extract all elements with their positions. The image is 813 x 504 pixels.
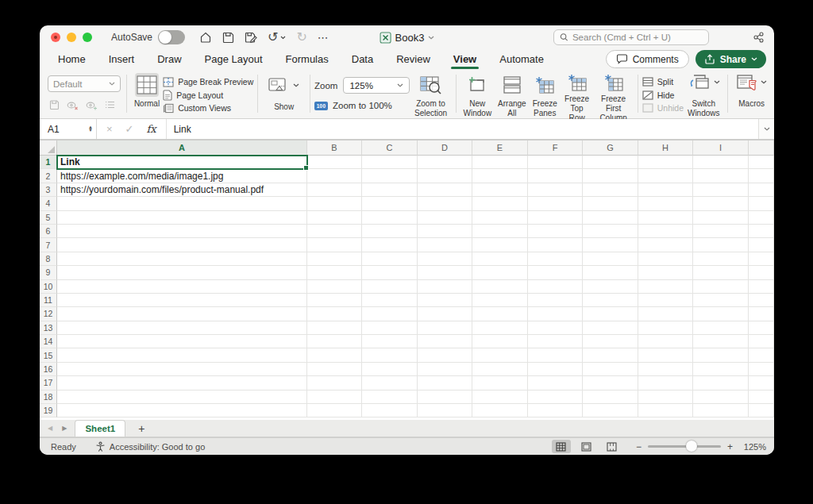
cell-I16[interactable] bbox=[693, 363, 749, 376]
cell-end-7[interactable] bbox=[749, 238, 774, 252]
tab-review[interactable]: Review bbox=[395, 50, 431, 71]
cell-F14[interactable] bbox=[528, 335, 583, 348]
column-header-E[interactable]: E bbox=[472, 140, 528, 156]
cell-end-11[interactable] bbox=[749, 294, 774, 307]
cell-A7[interactable] bbox=[57, 238, 307, 252]
cell-F18[interactable] bbox=[528, 391, 583, 404]
sheet-view-options-icon[interactable] bbox=[105, 100, 115, 110]
cell-D10[interactable] bbox=[418, 280, 472, 294]
formula-bar-expand-button[interactable] bbox=[758, 119, 774, 139]
cell-D7[interactable] bbox=[418, 238, 472, 252]
cell-F12[interactable] bbox=[528, 307, 583, 321]
cell-F10[interactable] bbox=[528, 280, 583, 294]
cell-I17[interactable] bbox=[693, 376, 749, 390]
cell-G12[interactable] bbox=[583, 307, 638, 321]
freeze-panes-button[interactable]: Freeze Panes bbox=[530, 71, 561, 118]
cell-H16[interactable] bbox=[638, 363, 693, 376]
tab-automate[interactable]: Automate bbox=[499, 50, 545, 71]
cell-G6[interactable] bbox=[583, 225, 638, 238]
cell-C13[interactable] bbox=[362, 321, 418, 335]
cell-I13[interactable] bbox=[693, 321, 749, 335]
hide-button[interactable]: Hide bbox=[642, 90, 684, 101]
exit-sheet-view-icon[interactable] bbox=[67, 100, 79, 110]
cell-I18[interactable] bbox=[693, 391, 749, 404]
cell-B4[interactable] bbox=[307, 197, 362, 210]
save-icon[interactable] bbox=[222, 32, 234, 44]
cell-B8[interactable] bbox=[307, 252, 362, 266]
column-header-end[interactable] bbox=[749, 140, 774, 156]
cell-A2[interactable]: https://example.com/media/image1.jpg bbox=[57, 169, 307, 183]
row-header-3[interactable]: 3 bbox=[40, 183, 57, 197]
row-header-13[interactable]: 13 bbox=[40, 321, 57, 335]
cell-C14[interactable] bbox=[362, 335, 418, 348]
sheet-view-dropdown[interactable]: Default bbox=[48, 75, 121, 92]
cell-I14[interactable] bbox=[693, 335, 749, 348]
column-header-C[interactable]: C bbox=[362, 140, 418, 156]
cell-D15[interactable] bbox=[418, 348, 472, 362]
cancel-icon[interactable]: × bbox=[106, 123, 113, 135]
cell-H10[interactable] bbox=[638, 280, 693, 294]
cell-end-9[interactable] bbox=[749, 266, 774, 279]
cell-E2[interactable] bbox=[472, 169, 528, 183]
keep-sheet-view-icon[interactable] bbox=[49, 100, 60, 110]
cell-A15[interactable] bbox=[57, 348, 307, 362]
cell-D6[interactable] bbox=[418, 225, 472, 238]
cell-G16[interactable] bbox=[583, 363, 638, 376]
status-page-layout-button[interactable] bbox=[577, 440, 596, 453]
cell-F2[interactable] bbox=[528, 169, 583, 183]
row-header-1[interactable]: 1 bbox=[40, 156, 57, 169]
cell-I9[interactable] bbox=[693, 266, 749, 279]
custom-views-button[interactable]: Custom Views bbox=[163, 102, 253, 113]
cell-D14[interactable] bbox=[418, 335, 472, 348]
cell-E16[interactable] bbox=[472, 363, 528, 376]
cell-E11[interactable] bbox=[472, 294, 528, 307]
cell-D5[interactable] bbox=[418, 211, 472, 225]
column-header-G[interactable]: G bbox=[583, 140, 638, 156]
tab-data[interactable]: Data bbox=[351, 50, 374, 71]
cell-F8[interactable] bbox=[528, 252, 583, 266]
cell-C16[interactable] bbox=[362, 363, 418, 376]
row-header-19[interactable]: 19 bbox=[40, 404, 57, 417]
cell-G11[interactable] bbox=[583, 294, 638, 307]
cell-E15[interactable] bbox=[472, 348, 528, 362]
show-button[interactable]: Show bbox=[262, 71, 306, 118]
cell-D4[interactable] bbox=[418, 197, 472, 210]
cell-H4[interactable] bbox=[638, 197, 693, 210]
column-header-F[interactable]: F bbox=[528, 140, 583, 156]
search-input[interactable] bbox=[572, 33, 703, 42]
cell-I7[interactable] bbox=[693, 238, 749, 252]
status-normal-view-button[interactable] bbox=[552, 440, 571, 453]
unhide-button[interactable]: Unhide bbox=[642, 102, 684, 113]
cell-F9[interactable] bbox=[528, 266, 583, 279]
cell-I8[interactable] bbox=[693, 252, 749, 266]
cell-B12[interactable] bbox=[307, 307, 362, 321]
cell-A4[interactable] bbox=[57, 197, 307, 210]
cell-G4[interactable] bbox=[583, 197, 638, 210]
cell-H2[interactable] bbox=[638, 169, 693, 183]
cell-D11[interactable] bbox=[418, 294, 472, 307]
cell-I12[interactable] bbox=[693, 307, 749, 321]
cell-H8[interactable] bbox=[638, 252, 693, 266]
cell-B16[interactable] bbox=[307, 363, 362, 376]
cell-C3[interactable] bbox=[362, 183, 418, 197]
cell-A3[interactable]: https://yourdomain.com/files/product-man… bbox=[57, 183, 307, 197]
cell-A12[interactable] bbox=[57, 307, 307, 321]
cell-end-16[interactable] bbox=[749, 363, 774, 376]
cell-A6[interactable] bbox=[57, 225, 307, 238]
cell-C6[interactable] bbox=[362, 225, 418, 238]
cell-I5[interactable] bbox=[693, 211, 749, 225]
zoom-slider-thumb[interactable] bbox=[686, 441, 697, 452]
cell-A19[interactable] bbox=[57, 404, 307, 417]
cell-A8[interactable] bbox=[57, 252, 307, 266]
cell-end-5[interactable] bbox=[749, 211, 774, 225]
cell-D2[interactable] bbox=[418, 169, 472, 183]
zoom-slider[interactable] bbox=[648, 445, 721, 448]
cell-A16[interactable] bbox=[57, 363, 307, 376]
cell-H17[interactable] bbox=[638, 376, 693, 390]
cell-E18[interactable] bbox=[472, 391, 528, 404]
cell-E19[interactable] bbox=[472, 404, 528, 417]
freeze-top-row-button[interactable]: Freeze Top Row bbox=[561, 71, 594, 118]
network-share-icon[interactable] bbox=[753, 32, 765, 43]
cell-A13[interactable] bbox=[57, 321, 307, 335]
page-layout-button[interactable]: Page Layout bbox=[163, 90, 253, 101]
